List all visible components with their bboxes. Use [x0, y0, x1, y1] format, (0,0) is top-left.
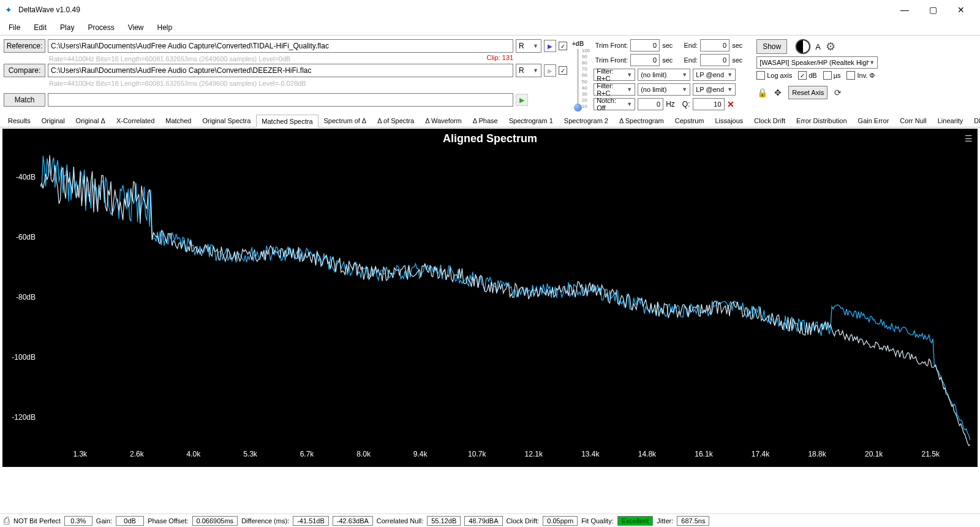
tab-spectrogram-1[interactable]: Spectrogram 1	[503, 114, 559, 127]
plot	[40, 147, 970, 447]
gear-icon[interactable]: ⚙	[826, 40, 835, 53]
filter2-limit-select[interactable]: (no limit)▼	[638, 83, 690, 96]
reference-play-button[interactable]: ▶	[544, 40, 556, 52]
slider-label: +dB	[572, 40, 584, 47]
notch-select[interactable]: Notch: Off▼	[594, 98, 635, 110]
jitter-value: 687.5ns	[677, 516, 709, 526]
trim-front-input-1[interactable]	[630, 39, 660, 51]
chart-settings-icon[interactable]: ☰	[965, 134, 973, 143]
tab-cepstrum[interactable]: Cepstrum	[669, 114, 710, 127]
tab-matched[interactable]: Matched	[160, 114, 197, 127]
audio-device-select[interactable]: [WASAPI] Speaker/HP (Realtek High Defini…	[756, 56, 878, 69]
target-icon[interactable]: ✥	[772, 87, 783, 98]
gain-slider[interactable]: 100 90 80 70 60 50 40 30 20 10	[577, 49, 579, 108]
window-title: DeltaWave v1.0.49	[18, 6, 891, 14]
refresh-icon[interactable]: ⟳	[832, 87, 843, 98]
lock-icon[interactable]: 🔒	[756, 87, 767, 98]
tab-error-distribution[interactable]: Error Distribution	[791, 114, 853, 127]
status-bar: ⎙ NOT Bit Perfect 0.3% Gain: 0dB Phase O…	[0, 514, 980, 527]
tab-results[interactable]: Results	[2, 114, 36, 127]
tab-original[interactable]: Original	[36, 114, 70, 127]
match-field[interactable]	[48, 93, 513, 107]
compare-checkbox[interactable]: ✓	[559, 66, 567, 75]
filter1-lp-select[interactable]: LP @end▼	[693, 69, 736, 81]
compare-meta: Rate=44100Hz Bits=16 Length=60081.632653…	[4, 80, 567, 87]
close-button[interactable]: ✕	[947, 0, 975, 20]
tab-spectrum-of-[interactable]: Spectrum of Δ	[318, 114, 372, 127]
app-icon: ✦	[5, 5, 15, 15]
fit-quality-value: Excellent	[617, 516, 654, 526]
trim-end-input-2[interactable]	[700, 54, 729, 66]
tab-spectrogram-2[interactable]: Spectrogram 2	[559, 114, 614, 127]
notch-freq-input[interactable]	[638, 98, 663, 110]
menu-help[interactable]: Help	[151, 21, 179, 34]
titlebar: ✦ DeltaWave v1.0.49 — ▢ ✕	[0, 0, 980, 20]
slider-knob[interactable]	[574, 104, 582, 112]
notch-q-input[interactable]	[693, 98, 725, 110]
filter2-type-select[interactable]: Filter: R+C▼	[594, 83, 635, 96]
menu-file[interactable]: File	[2, 21, 26, 34]
chevron-down-icon: ▼	[533, 43, 538, 49]
tab-original-spectra[interactable]: Original Spectra	[197, 114, 256, 127]
menubar: File Edit Play Process View Help	[0, 20, 980, 36]
reference-channel-value: R	[519, 42, 524, 50]
tab--of-spectra[interactable]: Δ of Spectra	[372, 114, 420, 127]
minimize-button[interactable]: —	[891, 0, 919, 20]
corrnull-value-1: 55.12dB	[427, 516, 461, 526]
tab-gain-error[interactable]: Gain Error	[853, 114, 895, 127]
tab-original-[interactable]: Original Δ	[70, 114, 111, 127]
tab-matched-spectra[interactable]: Matched Spectra	[256, 115, 318, 127]
contrast-icon[interactable]	[796, 39, 810, 54]
trim-end-input-1[interactable]	[700, 39, 729, 51]
filter1-limit-select[interactable]: (no limit)▼	[638, 69, 690, 81]
compare-play-button[interactable]: ▶	[544, 64, 556, 77]
bitperfect-pct: 0.3%	[64, 516, 92, 526]
a-label: A	[815, 42, 821, 51]
toolbar: Reference: R▼ ▶ ✓ Rate=44100Hz Bits=16 L…	[0, 36, 980, 114]
compare-button[interactable]: Compare:	[4, 64, 45, 77]
notch-clear-icon[interactable]: ✕	[727, 99, 734, 109]
us-checkbox[interactable]	[823, 71, 832, 80]
trim-front-input-2[interactable]	[630, 54, 660, 66]
menu-edit[interactable]: Edit	[28, 21, 53, 34]
reference-path-input[interactable]	[48, 39, 513, 53]
reset-axis-button[interactable]: Reset Axis	[788, 86, 827, 99]
tab-corr-null[interactable]: Corr Null	[894, 114, 932, 127]
db-checkbox[interactable]: ✓	[798, 71, 807, 80]
match-play-button[interactable]: ▶	[516, 94, 528, 106]
reference-channel-select[interactable]: R▼	[516, 39, 541, 53]
reference-button[interactable]: Reference:	[4, 39, 45, 53]
tab-x-correlated[interactable]: X-Correlated	[111, 114, 160, 127]
tab--spectrogram[interactable]: Δ Spectrogram	[614, 114, 669, 127]
inv-phi-checkbox[interactable]	[846, 71, 855, 80]
compare-channel-select[interactable]: R▼	[516, 64, 541, 77]
difference-value-1: -41.51dB	[293, 516, 329, 526]
tab-df-metric[interactable]: DF Metric	[968, 114, 980, 127]
maximize-button[interactable]: ▢	[919, 0, 947, 20]
phase-offset-value: 0.066905ms	[192, 516, 238, 526]
log-axis-checkbox[interactable]	[756, 71, 765, 80]
menu-play[interactable]: Play	[54, 21, 80, 34]
trim-front-label-1: Trim Front:	[594, 42, 628, 49]
tab-clock-drift[interactable]: Clock Drift	[748, 114, 791, 127]
tab-linearity[interactable]: Linearity	[932, 114, 969, 127]
x-axis: 1.3k2.6k4.0k5.3k6.7k8.0k9.4k10.7k12.1k13…	[40, 450, 970, 462]
difference-value-2: -42.63dBA	[333, 516, 373, 526]
filter2-lp-select[interactable]: LP @end▼	[693, 83, 736, 96]
chevron-down-icon: ▼	[533, 67, 538, 74]
gain-slider-panel: +dB 100 90 80 70 60 50 40 30 20 10	[572, 39, 584, 110]
screenshot-icon[interactable]: ⎙	[4, 515, 10, 526]
compare-path-input[interactable]	[48, 64, 513, 77]
menu-view[interactable]: View	[122, 21, 150, 34]
tab-bar: ResultsOriginalOriginal ΔX-CorrelatedMat…	[0, 114, 980, 127]
tab-lissajous[interactable]: Lissajous	[709, 114, 748, 127]
match-button[interactable]: Match	[4, 93, 45, 107]
tab--phase[interactable]: Δ Phase	[467, 114, 503, 127]
filter1-type-select[interactable]: Filter: R+C▼	[594, 69, 635, 81]
chart-area[interactable]: Aligned Spectrum ☰ -40dB-60dB-80dB-100dB…	[2, 129, 978, 467]
reference-checkbox[interactable]: ✓	[559, 42, 567, 50]
show-button[interactable]: Show	[756, 39, 787, 54]
menu-process[interactable]: Process	[81, 21, 120, 34]
gain-value: 0dB	[116, 516, 144, 526]
tab--waveform[interactable]: Δ Waveform	[420, 114, 467, 127]
